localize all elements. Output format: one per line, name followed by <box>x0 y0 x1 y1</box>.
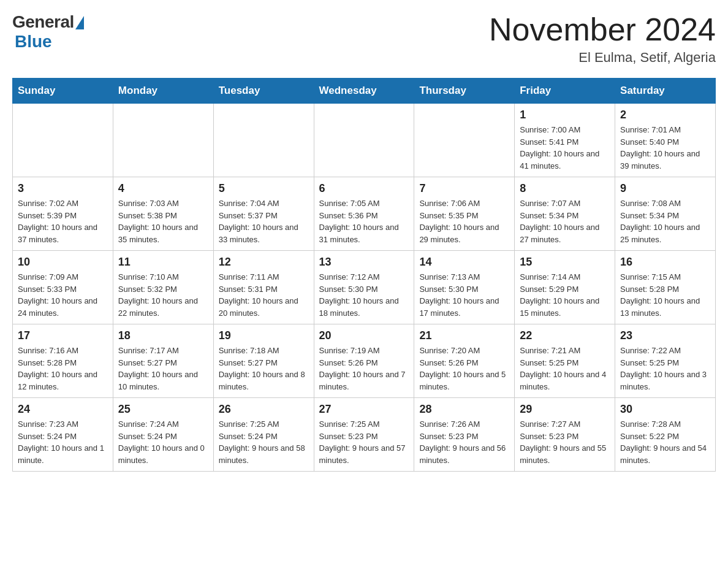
day-number: 4 <box>118 182 208 195</box>
day-number: 19 <box>219 329 309 342</box>
calendar-header-row: SundayMondayTuesdayWednesdayThursdayFrid… <box>13 79 716 104</box>
calendar-cell <box>213 104 314 177</box>
calendar-cell: 11Sunrise: 7:10 AM Sunset: 5:32 PM Dayli… <box>113 251 213 324</box>
day-number: 9 <box>620 182 710 195</box>
day-info: Sunrise: 7:06 AM Sunset: 5:35 PM Dayligh… <box>419 197 509 245</box>
day-number: 28 <box>419 403 509 416</box>
calendar-cell: 5Sunrise: 7:04 AM Sunset: 5:37 PM Daylig… <box>213 177 314 251</box>
day-info: Sunrise: 7:24 AM Sunset: 5:24 PM Dayligh… <box>118 418 208 466</box>
logo-general-text: General <box>12 12 74 32</box>
week-row-3: 10Sunrise: 7:09 AM Sunset: 5:33 PM Dayli… <box>13 251 716 324</box>
day-info: Sunrise: 7:12 AM Sunset: 5:30 PM Dayligh… <box>319 271 409 319</box>
day-number: 17 <box>18 329 108 342</box>
calendar-cell: 6Sunrise: 7:05 AM Sunset: 5:36 PM Daylig… <box>314 177 414 251</box>
day-number: 16 <box>620 256 710 269</box>
calendar-header-monday: Monday <box>113 79 213 104</box>
day-number: 25 <box>118 403 208 416</box>
calendar-cell: 4Sunrise: 7:03 AM Sunset: 5:38 PM Daylig… <box>113 177 213 251</box>
day-info: Sunrise: 7:19 AM Sunset: 5:26 PM Dayligh… <box>319 345 409 393</box>
day-info: Sunrise: 7:22 AM Sunset: 5:25 PM Dayligh… <box>620 345 710 393</box>
calendar-header-friday: Friday <box>515 79 615 104</box>
calendar-cell: 2Sunrise: 7:01 AM Sunset: 5:40 PM Daylig… <box>615 104 716 177</box>
day-number: 1 <box>520 109 610 121</box>
calendar-cell: 14Sunrise: 7:13 AM Sunset: 5:30 PM Dayli… <box>414 251 515 324</box>
week-row-4: 17Sunrise: 7:16 AM Sunset: 5:28 PM Dayli… <box>13 324 716 398</box>
logo: General Blue <box>12 12 84 52</box>
calendar-cell: 25Sunrise: 7:24 AM Sunset: 5:24 PM Dayli… <box>113 398 213 472</box>
calendar-cell: 27Sunrise: 7:25 AM Sunset: 5:23 PM Dayli… <box>314 398 414 472</box>
day-info: Sunrise: 7:02 AM Sunset: 5:39 PM Dayligh… <box>18 197 108 245</box>
calendar-cell: 24Sunrise: 7:23 AM Sunset: 5:24 PM Dayli… <box>13 398 113 472</box>
day-number: 18 <box>118 329 208 342</box>
calendar-cell <box>113 104 213 177</box>
calendar-cell: 29Sunrise: 7:27 AM Sunset: 5:23 PM Dayli… <box>515 398 615 472</box>
calendar-cell <box>414 104 515 177</box>
logo-blue-text: Blue <box>15 32 52 51</box>
calendar-cell: 8Sunrise: 7:07 AM Sunset: 5:34 PM Daylig… <box>515 177 615 251</box>
day-info: Sunrise: 7:16 AM Sunset: 5:28 PM Dayligh… <box>18 345 108 393</box>
week-row-1: 1Sunrise: 7:00 AM Sunset: 5:41 PM Daylig… <box>13 104 716 177</box>
calendar-cell: 18Sunrise: 7:17 AM Sunset: 5:27 PM Dayli… <box>113 324 213 398</box>
calendar-cell: 26Sunrise: 7:25 AM Sunset: 5:24 PM Dayli… <box>213 398 314 472</box>
week-row-2: 3Sunrise: 7:02 AM Sunset: 5:39 PM Daylig… <box>13 177 716 251</box>
day-info: Sunrise: 7:08 AM Sunset: 5:34 PM Dayligh… <box>620 197 710 245</box>
day-number: 10 <box>18 256 108 269</box>
day-info: Sunrise: 7:09 AM Sunset: 5:33 PM Dayligh… <box>18 271 108 319</box>
calendar-cell: 19Sunrise: 7:18 AM Sunset: 5:27 PM Dayli… <box>213 324 314 398</box>
day-number: 6 <box>319 182 409 195</box>
day-number: 21 <box>419 329 509 342</box>
calendar-cell: 20Sunrise: 7:19 AM Sunset: 5:26 PM Dayli… <box>314 324 414 398</box>
location-text: El Eulma, Setif, Algeria <box>489 50 716 66</box>
calendar-cell: 7Sunrise: 7:06 AM Sunset: 5:35 PM Daylig… <box>414 177 515 251</box>
day-info: Sunrise: 7:11 AM Sunset: 5:31 PM Dayligh… <box>219 271 309 319</box>
calendar-header-thursday: Thursday <box>414 79 515 104</box>
logo-triangle-icon <box>75 16 84 29</box>
day-info: Sunrise: 7:10 AM Sunset: 5:32 PM Dayligh… <box>118 271 208 319</box>
day-info: Sunrise: 7:04 AM Sunset: 5:37 PM Dayligh… <box>219 197 309 245</box>
day-info: Sunrise: 7:27 AM Sunset: 5:23 PM Dayligh… <box>520 418 610 466</box>
day-info: Sunrise: 7:25 AM Sunset: 5:23 PM Dayligh… <box>319 418 409 466</box>
day-info: Sunrise: 7:15 AM Sunset: 5:28 PM Dayligh… <box>620 271 710 319</box>
day-number: 23 <box>620 329 710 342</box>
day-info: Sunrise: 7:20 AM Sunset: 5:26 PM Dayligh… <box>419 345 509 393</box>
calendar-cell: 23Sunrise: 7:22 AM Sunset: 5:25 PM Dayli… <box>615 324 716 398</box>
day-number: 14 <box>419 256 509 269</box>
day-number: 2 <box>620 109 710 121</box>
day-info: Sunrise: 7:00 AM Sunset: 5:41 PM Dayligh… <box>520 124 610 172</box>
day-info: Sunrise: 7:17 AM Sunset: 5:27 PM Dayligh… <box>118 345 208 393</box>
day-info: Sunrise: 7:25 AM Sunset: 5:24 PM Dayligh… <box>219 418 309 466</box>
calendar-header-saturday: Saturday <box>615 79 716 104</box>
day-number: 27 <box>319 403 409 416</box>
calendar-cell: 12Sunrise: 7:11 AM Sunset: 5:31 PM Dayli… <box>213 251 314 324</box>
calendar-cell: 22Sunrise: 7:21 AM Sunset: 5:25 PM Dayli… <box>515 324 615 398</box>
calendar-header-sunday: Sunday <box>13 79 113 104</box>
day-number: 11 <box>118 256 208 269</box>
day-info: Sunrise: 7:07 AM Sunset: 5:34 PM Dayligh… <box>520 197 610 245</box>
day-number: 30 <box>620 403 710 416</box>
day-number: 7 <box>419 182 509 195</box>
day-info: Sunrise: 7:03 AM Sunset: 5:38 PM Dayligh… <box>118 197 208 245</box>
day-number: 24 <box>18 403 108 416</box>
calendar-cell: 1Sunrise: 7:00 AM Sunset: 5:41 PM Daylig… <box>515 104 615 177</box>
day-info: Sunrise: 7:18 AM Sunset: 5:27 PM Dayligh… <box>219 345 309 393</box>
calendar-cell: 13Sunrise: 7:12 AM Sunset: 5:30 PM Dayli… <box>314 251 414 324</box>
month-title: November 2024 <box>489 12 716 47</box>
day-info: Sunrise: 7:05 AM Sunset: 5:36 PM Dayligh… <box>319 197 409 245</box>
day-info: Sunrise: 7:26 AM Sunset: 5:23 PM Dayligh… <box>419 418 509 466</box>
calendar-cell: 21Sunrise: 7:20 AM Sunset: 5:26 PM Dayli… <box>414 324 515 398</box>
calendar-cell <box>13 104 113 177</box>
day-number: 20 <box>319 329 409 342</box>
calendar-cell: 30Sunrise: 7:28 AM Sunset: 5:22 PM Dayli… <box>615 398 716 472</box>
day-number: 5 <box>219 182 309 195</box>
calendar-header-tuesday: Tuesday <box>213 79 314 104</box>
day-number: 8 <box>520 182 610 195</box>
page-header: General Blue November 2024 El Eulma, Set… <box>12 12 716 66</box>
day-number: 29 <box>520 403 610 416</box>
calendar-cell: 10Sunrise: 7:09 AM Sunset: 5:33 PM Dayli… <box>13 251 113 324</box>
day-info: Sunrise: 7:13 AM Sunset: 5:30 PM Dayligh… <box>419 271 509 319</box>
day-info: Sunrise: 7:01 AM Sunset: 5:40 PM Dayligh… <box>620 124 710 172</box>
calendar-cell <box>314 104 414 177</box>
title-area: November 2024 El Eulma, Setif, Algeria <box>489 12 716 66</box>
calendar-cell: 16Sunrise: 7:15 AM Sunset: 5:28 PM Dayli… <box>615 251 716 324</box>
day-info: Sunrise: 7:21 AM Sunset: 5:25 PM Dayligh… <box>520 345 610 393</box>
